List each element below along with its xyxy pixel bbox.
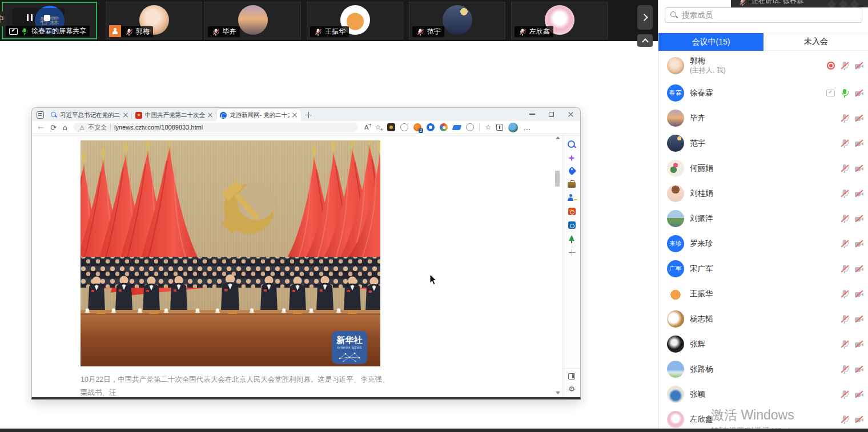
close-window-icon[interactable]: [568, 111, 573, 117]
camera-muted-icon[interactable]: [854, 88, 864, 98]
add-favorite-icon[interactable]: ☆: [375, 123, 381, 131]
mic-muted-icon[interactable]: [840, 61, 849, 70]
mic-muted-icon[interactable]: [840, 340, 849, 349]
camera-muted-icon[interactable]: [854, 61, 864, 70]
member-row[interactable]: 张颖: [658, 382, 868, 407]
thumbnail-screen-share[interactable]: 春霖 徐春霖的屏幕共享: [2, 2, 97, 39]
mic-muted-icon[interactable]: [840, 114, 849, 123]
extension-icon[interactable]: [466, 123, 474, 131]
add-sidebar-item-icon[interactable]: [569, 249, 575, 256]
strip-next-button[interactable]: [637, 5, 653, 30]
mic-muted-icon[interactable]: [840, 239, 849, 248]
member-row[interactable]: 春霖 徐春霖: [658, 80, 868, 106]
tab-actions-icon[interactable]: [37, 111, 44, 119]
address-bar[interactable]: ⚠ 不安全 lynews.cztv.com/10089833.html: [74, 123, 358, 132]
extension-icon[interactable]: [387, 123, 395, 131]
rewards-icon[interactable]: [568, 194, 576, 201]
favorites-bar-icon[interactable]: ☆: [485, 123, 491, 131]
close-tab-icon[interactable]: [123, 112, 128, 118]
camera-muted-icon[interactable]: [854, 214, 864, 223]
shopping-icon[interactable]: [567, 167, 576, 176]
camera-muted-icon[interactable]: [854, 164, 864, 173]
browser-tab-3-active[interactable]: 龙游新闻网- 党的二十大在京闭幕: [216, 109, 301, 121]
mic-muted-icon[interactable]: [840, 164, 849, 173]
member-row[interactable]: 来珍 罗来珍: [658, 231, 868, 256]
strip-collapse-button[interactable]: [637, 34, 653, 47]
member-row[interactable]: 刘桂娟: [658, 181, 868, 206]
open-panel-icon[interactable]: [568, 373, 575, 379]
refresh-icon[interactable]: ⟳: [50, 124, 57, 131]
more-menu-icon[interactable]: …: [523, 124, 531, 131]
camera-muted-icon[interactable]: [854, 239, 864, 248]
member-row[interactable]: 范宇: [658, 131, 868, 156]
toolbox-icon[interactable]: [568, 182, 576, 188]
member-row[interactable]: 张辉: [658, 332, 868, 357]
camera-muted-icon[interactable]: [854, 264, 864, 273]
extension-icon[interactable]: 2: [413, 123, 421, 131]
browser-tab-2[interactable]: ★ 中国共产党第二十次全国代表大: [132, 109, 216, 121]
scroll-down-icon[interactable]: [556, 391, 560, 394]
collections-icon[interactable]: [496, 124, 503, 131]
outlook-icon[interactable]: [568, 221, 576, 229]
member-search-input[interactable]: 搜索成员: [665, 7, 862, 23]
camera-muted-icon[interactable]: [854, 189, 864, 198]
camera-muted-icon[interactable]: [854, 114, 864, 123]
camera-muted-icon[interactable]: [854, 289, 864, 298]
thumbnail-zuoxinxin[interactable]: 左欣鑫: [511, 2, 608, 39]
tab-not-joined[interactable]: 未入会: [763, 33, 868, 51]
member-row[interactable]: 杨志韬: [658, 306, 868, 332]
extension-icon[interactable]: [427, 123, 435, 131]
mic-muted-icon[interactable]: [840, 365, 849, 374]
tab-in-meeting[interactable]: 会议中(15): [658, 33, 763, 51]
member-row[interactable]: 何丽娟: [658, 156, 868, 181]
maximize-icon[interactable]: [549, 112, 554, 117]
camera-muted-icon[interactable]: [854, 390, 864, 399]
browser-tab-1[interactable]: 习近平总书记在党的二十大闭幕: [47, 109, 132, 121]
minimize-icon[interactable]: [529, 114, 535, 114]
office-icon[interactable]: [568, 208, 576, 215]
mic-muted-icon[interactable]: [840, 415, 849, 424]
member-row[interactable]: 张路杨: [658, 357, 868, 382]
mic-muted-icon[interactable]: [840, 214, 849, 223]
thumbnail-wangzhenhua[interactable]: 王振华: [307, 2, 403, 39]
new-tab-button[interactable]: [306, 112, 312, 118]
home-icon[interactable]: ⌂: [63, 124, 67, 131]
camera-muted-icon[interactable]: [854, 314, 864, 324]
back-icon[interactable]: ←: [38, 124, 44, 131]
page-scrollbar[interactable]: [554, 135, 561, 395]
member-row[interactable]: 王振华: [658, 281, 868, 306]
mic-on-icon[interactable]: [840, 88, 849, 98]
scrollbar-thumb[interactable]: [555, 171, 560, 187]
copilot-icon[interactable]: [568, 155, 575, 162]
close-tab-icon[interactable]: [292, 112, 298, 118]
mic-muted-icon[interactable]: [840, 264, 849, 273]
camera-muted-icon[interactable]: [854, 139, 864, 148]
member-row[interactable]: 刘振洋: [658, 206, 868, 231]
tree-icon[interactable]: [568, 235, 576, 243]
camera-muted-icon[interactable]: [854, 415, 864, 424]
mic-muted-icon[interactable]: [840, 189, 849, 198]
member-row[interactable]: 郭梅 (主持人, 我): [658, 51, 868, 80]
settings-gear-icon[interactable]: ⚙: [568, 385, 575, 393]
camera-muted-icon[interactable]: [854, 340, 864, 349]
extension-icon[interactable]: [440, 123, 448, 131]
thumbnail-fanyu[interactable]: 范宇: [409, 2, 505, 39]
extension-icon[interactable]: [400, 123, 408, 131]
camera-muted-icon[interactable]: [854, 365, 864, 374]
scroll-up-icon[interactable]: [556, 136, 560, 139]
extension-icon[interactable]: [452, 125, 462, 130]
pause-share-icon[interactable]: [27, 14, 33, 21]
member-row[interactable]: 毕卉: [658, 106, 868, 131]
read-aloud-icon[interactable]: A: [364, 124, 369, 131]
profile-avatar[interactable]: [508, 123, 518, 132]
sidebar-search-icon[interactable]: [568, 140, 576, 148]
close-tab-icon[interactable]: [208, 112, 213, 118]
thumbnail-bihui[interactable]: 毕卉: [204, 2, 301, 39]
member-row[interactable]: 广军 宋广军: [658, 256, 868, 281]
mic-muted-icon[interactable]: [840, 314, 849, 324]
mic-muted-icon[interactable]: [840, 289, 849, 298]
stop-share-icon[interactable]: [44, 15, 50, 21]
thumbnail-guomei[interactable]: 郭梅: [106, 2, 202, 39]
mic-muted-icon[interactable]: [840, 139, 849, 148]
mic-muted-icon[interactable]: [840, 390, 849, 399]
